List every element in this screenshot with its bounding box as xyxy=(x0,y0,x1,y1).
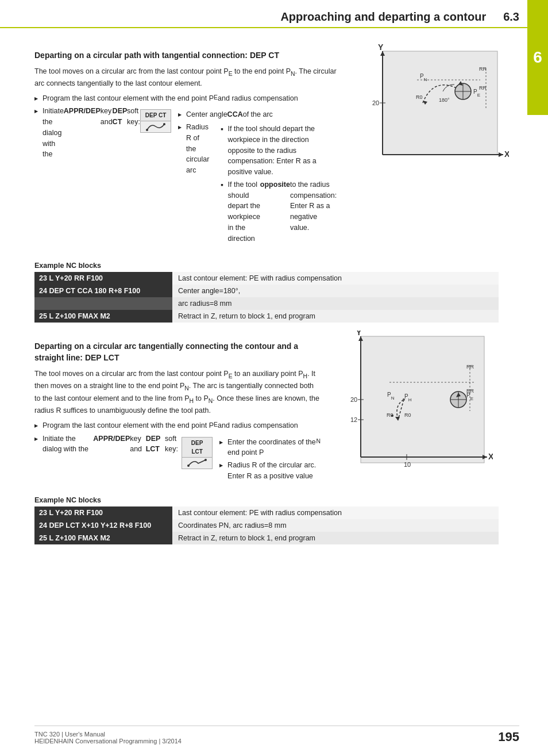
table2-header: Example NC blocks xyxy=(34,496,499,504)
svg-marker-29 xyxy=(483,455,487,459)
header-title: Approaching and departing a contour xyxy=(280,10,486,24)
footer-line2: HEIDENHAIN Conversational Programming | … xyxy=(34,738,182,745)
sub-bullet-item: Center angle CCA of the arc xyxy=(178,109,337,120)
diagram1: X Y 20 PN PE xyxy=(348,40,515,174)
footer-text: TNC 320 | User's Manual HEIDENHAIN Conve… xyxy=(34,731,182,745)
table-cell-desc: Coordinates PN, arc radius=8 mm xyxy=(172,519,499,532)
bullet-item: Initiate the dialog with the APPR/DEP ke… xyxy=(34,106,337,249)
section2-layout: Departing on a circular arc tangentially… xyxy=(34,331,499,486)
chapter-number: 6 xyxy=(533,48,542,67)
main-content: Departing on a circular path with tangen… xyxy=(0,34,527,558)
svg-text:R0: R0 xyxy=(404,412,411,418)
table-cell-desc: Retract in Z, return to block 1, end pro… xyxy=(172,310,499,323)
sub-sub-bullets: If the tool should depart the workpiece … xyxy=(221,124,337,245)
sub-bullets-2: Enter the coordinates of the end point P… xyxy=(219,437,321,483)
nc-table-1: 23 L Y+20 RR F100 Last contour element: … xyxy=(34,272,499,323)
nc-table-2: 23 L Y+20 RR F100 Last contour element: … xyxy=(34,506,499,544)
svg-text:20: 20 xyxy=(372,99,379,106)
table1-header: Example NC blocks xyxy=(34,262,499,270)
svg-text:RR: RR xyxy=(479,66,487,72)
svg-marker-5 xyxy=(499,152,503,157)
section1-layout: Departing on a circular path with tangen… xyxy=(34,40,499,252)
table-cell-code: 23 L Y+20 RR F100 xyxy=(34,272,172,285)
svg-text:R0: R0 xyxy=(416,94,423,100)
sub-bullet-item: Radius R of the circular arc. Enter R as… xyxy=(219,460,321,482)
page-wrapper: 6 Approaching and departing a contour 6.… xyxy=(0,0,548,756)
sub-sub-item: If the tool should depart the workpiece … xyxy=(221,124,337,178)
svg-text:10: 10 xyxy=(404,461,411,468)
svg-text:X: X xyxy=(488,452,493,461)
svg-text:Y: Y xyxy=(378,43,384,52)
header-section: 6.3 xyxy=(503,10,519,24)
chapter-tab: 6 xyxy=(527,0,548,115)
table-row: 23 L Y+20 RR F100 Last contour element: … xyxy=(34,506,499,519)
bullet-item: Program the last contour element with th… xyxy=(34,93,337,104)
table-cell-code: 24 DEP CT CCA 180 R+8 F100 xyxy=(34,285,172,297)
svg-text:RR: RR xyxy=(466,388,474,394)
section2-text: Departing on a circular arc tangentially… xyxy=(34,331,321,486)
page-number: 195 xyxy=(498,730,519,745)
table-cell-desc: arc radius=8 mm xyxy=(172,297,499,310)
svg-point-54 xyxy=(391,415,393,417)
table-cell-code: 24 DEP LCT X+10 Y+12 R+8 F100 xyxy=(34,519,172,532)
sub-bullets-1: Center angle CCA of the arc Radius R of … xyxy=(178,109,337,249)
table-cell-desc: Retract in Z, return to block 1, end pro… xyxy=(172,532,499,544)
table-cell-code: 25 L Z+100 FMAX M2 xyxy=(34,532,172,544)
table-row: 25 L Z+100 FMAX M2 Retract in Z, return … xyxy=(34,532,499,544)
section1-body: The tool moves on a circular arc from th… xyxy=(34,66,337,90)
bullet-item: Program the last contour element with th… xyxy=(34,420,321,431)
svg-text:X: X xyxy=(504,149,509,159)
table-cell-desc: Last contour element: PE with radius com… xyxy=(172,506,499,519)
sub-bullet-item: Enter the coordinates of the end point P… xyxy=(219,437,321,459)
page-footer: TNC 320 | User's Manual HEIDENHAIN Conve… xyxy=(34,726,519,745)
table-cell-code: 23 L Y+20 RR F100 xyxy=(34,506,172,519)
svg-point-0 xyxy=(146,129,148,131)
sub-bullet-item: Radius R of the circular arc If the tool… xyxy=(178,122,337,247)
table-row: 24 DEP LCT X+10 Y+12 R+8 F100 Coordinate… xyxy=(34,519,499,532)
svg-point-1 xyxy=(163,123,165,125)
svg-text:20: 20 xyxy=(350,396,357,403)
svg-point-55 xyxy=(403,398,405,401)
svg-text:RR: RR xyxy=(466,364,474,370)
diagram1-svg: X Y 20 PN PE xyxy=(348,40,509,172)
table-cell-desc: Center angle=180°, xyxy=(172,285,499,297)
section2-body: The tool moves on a circular arc from th… xyxy=(34,369,321,417)
sub-sub-item: If the tool should depart the workpiece … xyxy=(221,179,337,244)
svg-text:Y: Y xyxy=(356,331,362,337)
table-row: 24 DEP CT CCA 180 R+8 F100 Center angle=… xyxy=(34,285,499,297)
svg-point-25 xyxy=(204,459,207,461)
section1-title: Departing on a circular path with tangen… xyxy=(34,50,337,62)
table-cell-desc: Last contour element: PE with radius com… xyxy=(172,272,499,285)
section1-text: Departing on a circular path with tangen… xyxy=(34,40,337,252)
table-row: 23 L Y+20 RR F100 Last contour element: … xyxy=(34,272,499,285)
section2-bullets: Program the last contour element with th… xyxy=(34,420,321,483)
svg-text:RR: RR xyxy=(479,85,487,91)
table-row: 25 L Z+100 FMAX M2 Retract in Z, return … xyxy=(34,310,499,323)
footer-line1: TNC 320 | User's Manual xyxy=(34,731,182,738)
section2-title: Departing on a circular arc tangentially… xyxy=(34,341,321,363)
diagram2: X Y 20 12 10 xyxy=(332,331,499,476)
svg-text:12: 12 xyxy=(350,416,357,423)
svg-point-24 xyxy=(187,465,190,467)
section1-bullets: Program the last contour element with th… xyxy=(34,93,337,250)
table-cell-code: 25 L Z+100 FMAX M2 xyxy=(34,310,172,323)
bullet-item: Initiate the dialog with the APPR/DEP ke… xyxy=(34,433,321,483)
table-cell-code xyxy=(34,297,172,310)
diagram2-svg: X Y 20 12 10 xyxy=(332,331,493,474)
page-header: Approaching and departing a contour 6.3 xyxy=(0,0,548,28)
svg-text:180°: 180° xyxy=(439,97,450,103)
table-row: arc radius=8 mm xyxy=(34,297,499,310)
